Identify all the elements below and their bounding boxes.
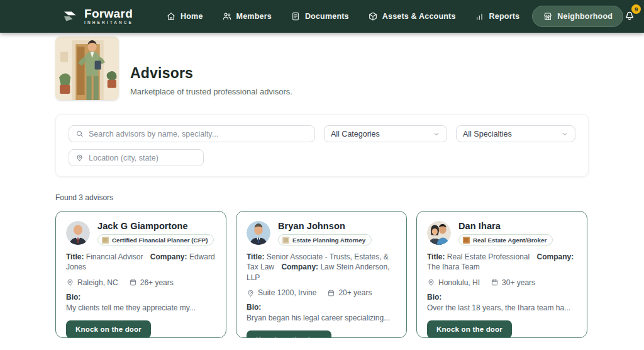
advisor-card: Dan Ihara Real Estate Agent/Broker Title… (416, 211, 587, 338)
meta-row: Honolulu, HI 30+ years (427, 278, 577, 287)
page-header-text: Advisors Marketplace of trusted professi… (130, 65, 292, 100)
calendar-icon (491, 278, 499, 286)
company-label: Company: (150, 252, 187, 261)
nav-right: 9 (623, 6, 644, 26)
top-nav: Forward INHERITANCE Home Members Documen… (0, 0, 644, 33)
location-text: Honolulu, HI (438, 278, 480, 287)
page-header: Advisors Marketplace of trusted professi… (0, 33, 644, 100)
advisor-experience: 30+ years (491, 278, 535, 287)
bio-text: Bryan began his legal career specializin… (247, 313, 396, 322)
search-field[interactable] (69, 125, 315, 142)
experience-text: 26+ years (140, 278, 174, 287)
card-header: Dan Ihara Real Estate Agent/Broker (427, 221, 577, 246)
search-input[interactable] (89, 130, 308, 138)
advisor-photo (247, 221, 270, 245)
brand-name: Forward (84, 8, 133, 20)
credential-badge: Real Estate Agent/Broker (458, 234, 553, 246)
knock-on-door-button[interactable]: Knock on the door (427, 320, 512, 338)
filter-panel: All Categories All Specialties (55, 114, 589, 177)
advisor-card: Jack G Giamportone Certified Financial P… (55, 211, 226, 338)
members-icon (222, 11, 232, 21)
calendar-icon (129, 278, 137, 286)
card-header-info: Dan Ihara Real Estate Agent/Broker (458, 221, 553, 246)
advisor-name: Bryan Johnson (278, 221, 372, 231)
location-pin-icon (427, 278, 435, 286)
filter-row-top: All Categories All Specialties (69, 125, 575, 142)
brand-text: Forward INHERITANCE (84, 8, 133, 25)
advisor-welcome-illustration (55, 37, 119, 100)
brand-subtitle: INHERITANCE (84, 21, 133, 25)
home-icon (166, 11, 176, 21)
credential-label: Estate Planning Attorney (292, 237, 365, 244)
experience-text: 30+ years (502, 278, 535, 287)
meta-row: Suite 1200, Irvine 20+ years (247, 288, 396, 297)
reports-icon (475, 11, 485, 21)
location-pin-icon (66, 278, 74, 286)
title-company-line: Title: Real Estate Professional Company:… (427, 252, 577, 273)
page-subtitle: Marketplace of trusted professional advi… (130, 87, 292, 96)
bio-label: Bio: (66, 293, 216, 302)
chevron-down-icon (561, 130, 569, 138)
category-select[interactable]: All Categories (324, 125, 447, 142)
knock-on-door-button[interactable]: Knock on the door (66, 320, 151, 338)
storefront-icon (543, 11, 553, 21)
results-count: Found 3 advisors (55, 193, 644, 202)
advisor-photo (427, 221, 451, 245)
location-pin-icon (247, 289, 255, 297)
main-menu: Home Members Documents Assets & Accounts… (160, 6, 623, 27)
credential-label: Certified Financial Planner (CFP) (112, 237, 208, 244)
meta-row: Raleigh, NC 26+ years (66, 278, 216, 287)
advisor-company: The Ihara Team (427, 262, 480, 271)
certificate-icon (102, 237, 109, 244)
experience-text: 20+ years (338, 288, 372, 297)
nav-item-label: Neighborhood (557, 12, 613, 21)
nav-item-reports[interactable]: Reports (469, 6, 526, 26)
title-label: Title: (66, 252, 84, 261)
location-text: Raleigh, NC (77, 278, 118, 287)
bio-text: My clients tell me they appreciate my... (66, 303, 216, 312)
advisor-location: Honolulu, HI (427, 278, 480, 287)
house-icon (463, 237, 470, 244)
bio-label: Bio: (427, 293, 577, 302)
knock-on-door-button[interactable]: Knock on the door (247, 330, 331, 338)
nav-item-neighborhood[interactable]: Neighborhood (532, 6, 623, 27)
advisor-location: Suite 1200, Irvine (247, 288, 316, 297)
nav-item-label: Reports (489, 12, 520, 21)
location-text: Suite 1200, Irvine (258, 288, 316, 297)
advisor-title: Real Estate Professional (447, 252, 530, 261)
advisor-experience: 26+ years (129, 278, 174, 287)
documents-icon (291, 11, 301, 21)
page-title: Advisors (130, 65, 292, 82)
advisor-experience: 20+ years (327, 288, 372, 297)
bio-text: Over the last 18 years, the Ihara team h… (427, 303, 577, 312)
title-label: Title: (427, 252, 445, 261)
forward-arrow-icon (63, 9, 79, 23)
location-input[interactable] (89, 154, 197, 162)
specialty-selected-value: All Specialties (463, 130, 512, 138)
calendar-icon (327, 289, 335, 297)
notifications-button[interactable]: 9 (623, 9, 636, 24)
brand-logo[interactable]: Forward INHERITANCE (63, 8, 133, 25)
advisor-name: Jack G Giamportone (97, 221, 214, 231)
assets-icon (368, 11, 378, 21)
nav-item-assets-accounts[interactable]: Assets & Accounts (362, 6, 462, 26)
credential-label: Real Estate Agent/Broker (473, 237, 547, 244)
nav-item-members[interactable]: Members (216, 6, 278, 26)
advisor-photo (66, 221, 90, 245)
company-label: Company: (537, 252, 574, 261)
nav-item-documents[interactable]: Documents (284, 6, 355, 26)
advisors-page: Forward INHERITANCE Home Members Documen… (0, 0, 644, 350)
advisor-cards-grid: Jack G Giamportone Certified Financial P… (55, 211, 589, 338)
scales-icon (282, 237, 289, 244)
bio-label: Bio: (247, 303, 396, 312)
card-header-info: Jack G Giamportone Certified Financial P… (97, 221, 214, 246)
advisor-name: Dan Ihara (458, 221, 553, 231)
chevron-down-icon (433, 130, 440, 138)
nav-item-home[interactable]: Home (160, 6, 209, 26)
specialty-select[interactable]: All Specialties (456, 125, 575, 142)
location-field[interactable] (69, 149, 204, 166)
nav-item-label: Documents (305, 12, 349, 21)
search-icon (75, 130, 84, 138)
title-company-line: Title: Senior Associate - Trusts, Estate… (247, 252, 396, 283)
company-label: Company: (281, 262, 318, 271)
